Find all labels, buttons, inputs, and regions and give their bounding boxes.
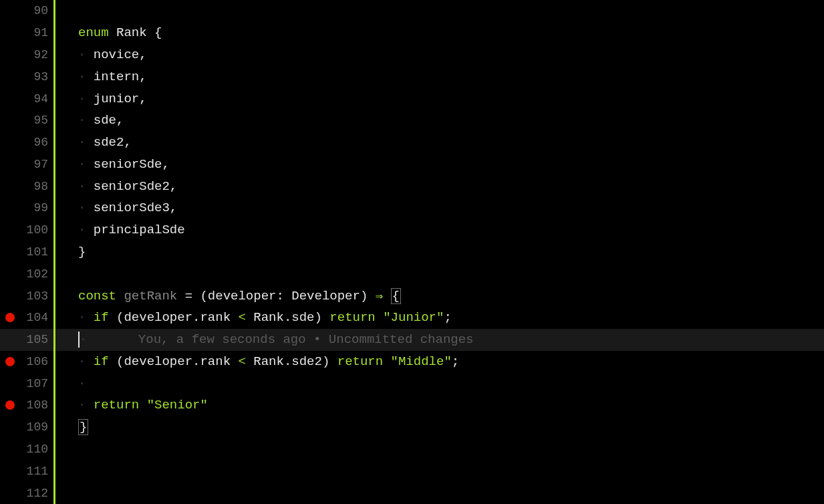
code-content[interactable]: · seniorSde3, bbox=[58, 201, 177, 215]
code-content[interactable]: · sde2, bbox=[58, 135, 132, 150]
code-token: , bbox=[139, 47, 146, 62]
code-line[interactable]: 100· principalSde bbox=[0, 219, 824, 241]
breakpoint-icon[interactable] bbox=[5, 400, 15, 410]
breakpoint-gutter[interactable] bbox=[0, 313, 20, 322]
git-ruler bbox=[53, 460, 55, 482]
line-number: 94 bbox=[20, 92, 53, 106]
code-content[interactable]: · You, a few seconds ago • Uncommitted c… bbox=[58, 332, 474, 348]
breakpoint-icon[interactable] bbox=[5, 357, 15, 366]
code-token: ) bbox=[360, 289, 376, 303]
code-line[interactable]: 104· if (developer.rank < Rank.sde) retu… bbox=[0, 307, 824, 329]
code-token: ( bbox=[116, 310, 124, 325]
code-line[interactable]: 102 bbox=[0, 263, 824, 285]
code-token: , bbox=[116, 113, 124, 128]
code-content[interactable]: } bbox=[58, 245, 86, 259]
code-line[interactable]: 90 bbox=[0, 0, 824, 22]
code-line[interactable]: 94· junior, bbox=[0, 88, 824, 110]
code-line[interactable]: 103const getRank = (developer: Developer… bbox=[0, 285, 824, 307]
code-token: · bbox=[78, 376, 86, 391]
code-token: ; bbox=[452, 354, 459, 369]
code-content[interactable]: enum Rank { bbox=[58, 25, 162, 40]
code-token: : bbox=[276, 289, 291, 303]
code-token: Rank bbox=[253, 310, 284, 325]
line-number: 103 bbox=[20, 289, 53, 303]
code-content[interactable]: · if (developer.rank < Rank.sde) return … bbox=[58, 310, 452, 325]
code-token: principalSde bbox=[94, 223, 185, 237]
code-line[interactable]: 92· novice, bbox=[0, 44, 824, 66]
code-line[interactable]: 99· seniorSde3, bbox=[0, 197, 824, 219]
code-line[interactable]: 109} bbox=[0, 416, 824, 438]
code-token: getRank bbox=[124, 289, 177, 303]
code-token: sde2 bbox=[94, 135, 124, 150]
git-ruler bbox=[53, 219, 55, 241]
code-token: junior bbox=[94, 92, 139, 106]
code-token: if bbox=[94, 354, 116, 369]
code-token: , bbox=[170, 179, 177, 194]
code-line[interactable]: 91enum Rank { bbox=[0, 22, 824, 44]
code-token: · bbox=[78, 47, 94, 62]
code-line[interactable]: 101} bbox=[0, 241, 824, 263]
code-content[interactable]: } bbox=[58, 419, 88, 435]
code-content[interactable]: · sde, bbox=[58, 113, 124, 128]
code-content[interactable]: const getRank = (developer: Developer) ⇒… bbox=[58, 288, 401, 304]
code-token: developer bbox=[124, 354, 192, 369]
code-line[interactable]: 97· seniorSde, bbox=[0, 153, 824, 175]
git-ruler bbox=[53, 153, 55, 175]
code-line[interactable]: 105· You, a few seconds ago • Uncommitte… bbox=[0, 329, 824, 351]
code-token: . bbox=[192, 310, 200, 325]
code-token: { bbox=[154, 25, 162, 40]
code-line[interactable]: 110 bbox=[0, 438, 824, 461]
code-token: } bbox=[78, 245, 86, 259]
line-number: 92 bbox=[20, 48, 53, 61]
code-content[interactable]: · junior, bbox=[58, 92, 147, 106]
code-token: "Junior" bbox=[383, 310, 444, 325]
code-content[interactable]: · intern, bbox=[58, 70, 147, 84]
git-ruler bbox=[53, 44, 55, 66]
line-number: 105 bbox=[20, 333, 53, 346]
breakpoint-gutter[interactable] bbox=[0, 400, 20, 410]
git-ruler bbox=[53, 263, 55, 285]
code-token bbox=[383, 289, 390, 303]
git-ruler bbox=[53, 372, 55, 394]
code-content[interactable]: · novice, bbox=[58, 47, 147, 62]
code-token: seniorSde bbox=[94, 157, 162, 172]
breakpoint-icon[interactable] bbox=[5, 313, 15, 322]
code-line[interactable]: 107· bbox=[0, 372, 824, 394]
code-content[interactable]: · seniorSde2, bbox=[58, 179, 177, 194]
code-token: · bbox=[78, 179, 94, 194]
code-token: sde2 bbox=[291, 354, 322, 369]
code-line[interactable]: 98· seniorSde2, bbox=[0, 175, 824, 197]
code-token: · bbox=[78, 201, 94, 215]
code-content[interactable]: · if (developer.rank < Rank.sde2) return… bbox=[58, 354, 459, 369]
line-number: 93 bbox=[20, 70, 53, 84]
line-number: 106 bbox=[20, 355, 53, 368]
git-ruler bbox=[53, 197, 55, 219]
code-line[interactable]: 108· return "Senior" bbox=[0, 394, 824, 416]
line-number: 97 bbox=[20, 158, 53, 171]
code-line[interactable]: 96· sde2, bbox=[0, 132, 824, 154]
code-line[interactable]: 95· sde, bbox=[0, 110, 824, 132]
git-ruler bbox=[53, 482, 55, 504]
code-line[interactable]: 93· intern, bbox=[0, 66, 824, 88]
code-line[interactable]: 106· if (developer.rank < Rank.sde2) ret… bbox=[0, 351, 824, 373]
code-token: developer bbox=[124, 310, 192, 325]
code-token: const bbox=[78, 289, 124, 303]
git-ruler bbox=[53, 66, 55, 88]
code-content[interactable]: · principalSde bbox=[58, 223, 185, 237]
code-editor[interactable]: 9091enum Rank {92· novice,93· intern,94·… bbox=[0, 0, 824, 504]
code-content[interactable]: · return "Senior" bbox=[58, 398, 208, 412]
code-token: developer bbox=[208, 289, 277, 303]
code-line[interactable]: 111 bbox=[0, 460, 824, 482]
breakpoint-gutter[interactable] bbox=[0, 357, 20, 366]
code-token: novice bbox=[94, 47, 139, 62]
code-token: sde bbox=[291, 310, 314, 325]
git-ruler bbox=[53, 110, 55, 132]
git-ruler bbox=[53, 438, 55, 461]
code-token: , bbox=[139, 92, 146, 106]
code-line[interactable]: 112 bbox=[0, 482, 824, 504]
code-token: , bbox=[124, 135, 131, 150]
code-token: Developer bbox=[291, 289, 360, 303]
code-content[interactable]: · seniorSde, bbox=[58, 157, 170, 172]
code-content[interactable]: · bbox=[58, 376, 86, 391]
line-number: 109 bbox=[20, 420, 53, 434]
